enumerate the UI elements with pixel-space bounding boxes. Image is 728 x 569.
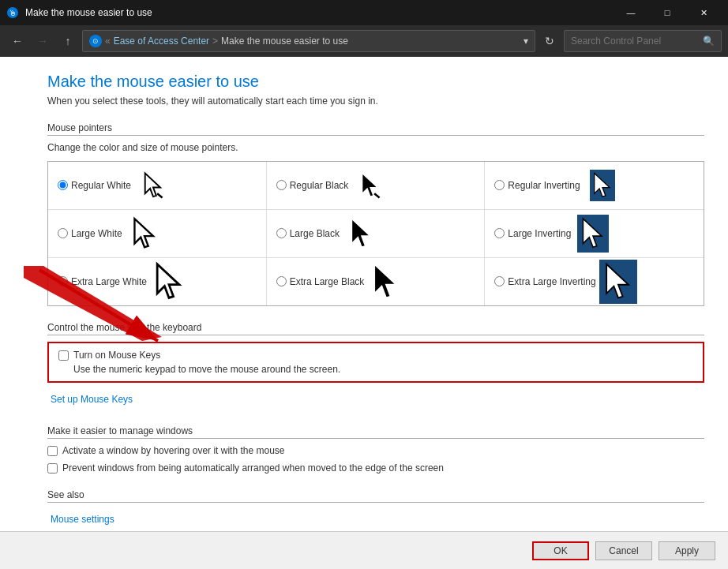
radio-large-black[interactable]: Large Black bbox=[276, 228, 340, 239]
radio-regular-inverting[interactable]: Regular Inverting bbox=[494, 180, 580, 191]
radio-xl-inverting[interactable]: Extra Large Inverting bbox=[494, 276, 595, 287]
close-button[interactable]: ✕ bbox=[685, 0, 722, 25]
setup-mouse-keys-link[interactable]: Set up Mouse Keys bbox=[51, 394, 133, 405]
search-icon: 🔍 bbox=[703, 36, 715, 47]
cursor-preview-large-inverting bbox=[577, 218, 609, 249]
prevent-arrange-label[interactable]: Prevent windows from being automatically… bbox=[62, 462, 444, 474]
search-box: 🔍 bbox=[564, 30, 722, 52]
breadcrumb-ease-of-access[interactable]: Ease of Access Center bbox=[114, 36, 209, 47]
large-black-cursor-icon bbox=[347, 216, 376, 251]
xl-black-label: Extra Large Black bbox=[290, 276, 365, 287]
up-button[interactable]: ↑ bbox=[57, 30, 79, 52]
mouse-pointers-description: Change the color and size of mouse point… bbox=[47, 142, 704, 153]
title-bar: 🖱 Make the mouse easier to use — □ ✕ bbox=[0, 0, 728, 25]
large-black-label: Large Black bbox=[290, 228, 340, 239]
svg-line-7 bbox=[375, 193, 380, 197]
large-white-label: Large White bbox=[71, 228, 122, 239]
cursor-preview-xl-inverting bbox=[602, 266, 634, 298]
breadcrumb-dropdown-icon[interactable]: ▾ bbox=[523, 36, 528, 47]
svg-marker-13 bbox=[375, 264, 397, 298]
mouse-keys-checkbox[interactable] bbox=[58, 350, 69, 361]
back-button[interactable]: ← bbox=[6, 30, 28, 52]
mouse-pointers-section: Mouse pointers Change the color and size… bbox=[47, 122, 704, 306]
prevent-arrange-row: Prevent windows from being automatically… bbox=[47, 462, 704, 474]
svg-marker-11 bbox=[584, 219, 602, 247]
xl-white-cursor-icon bbox=[153, 261, 185, 302]
svg-marker-14 bbox=[606, 264, 629, 298]
large-inverting-label: Large Inverting bbox=[508, 228, 571, 239]
radio-large-white-input[interactable] bbox=[58, 228, 68, 238]
radio-xl-inverting-input[interactable] bbox=[494, 276, 505, 286]
regular-white-cursor-icon bbox=[142, 171, 164, 200]
radio-regular-inverting-input[interactable] bbox=[494, 180, 505, 190]
large-white-cursor-icon bbox=[130, 216, 159, 251]
see-also-title: See also bbox=[47, 489, 704, 503]
regular-black-cursor-icon bbox=[359, 171, 381, 200]
pointer-cell-regular-inverting: Regular Inverting bbox=[485, 162, 704, 210]
radio-large-inverting[interactable]: Large Inverting bbox=[494, 228, 571, 239]
radio-xl-black[interactable]: Extra Large Black bbox=[276, 276, 365, 287]
mouse-keys-label[interactable]: Turn on Mouse Keys bbox=[73, 350, 160, 361]
main-window: 🖱 Make the mouse easier to use — □ ✕ ← →… bbox=[0, 0, 728, 569]
cursor-preview-xl-white bbox=[153, 266, 185, 298]
main-content: Make the mouse easier to use When you se… bbox=[0, 57, 728, 531]
radio-xl-white[interactable]: Extra Large White bbox=[58, 276, 147, 287]
title-bar-text: Make the mouse easier to use bbox=[25, 7, 613, 18]
minimize-button[interactable]: — bbox=[613, 0, 649, 25]
apply-button[interactable]: Apply bbox=[659, 541, 715, 560]
refresh-button[interactable]: ↻ bbox=[538, 30, 561, 52]
pointer-grid: Regular White Regular bbox=[47, 161, 704, 306]
cursor-preview-large-white bbox=[129, 218, 160, 249]
radio-large-black-input[interactable] bbox=[276, 228, 287, 238]
manage-windows-title: Make it easier to manage windows bbox=[47, 425, 704, 439]
cancel-button[interactable]: Cancel bbox=[595, 541, 652, 560]
breadcrumb-bar: ⊙ « Ease of Access Center > Make the mou… bbox=[82, 30, 535, 52]
xl-white-label: Extra Large White bbox=[71, 276, 147, 287]
regular-inverting-label: Regular Inverting bbox=[508, 180, 580, 191]
svg-marker-8 bbox=[594, 174, 609, 197]
radio-xl-white-input[interactable] bbox=[58, 276, 68, 286]
regular-inverting-cursor-icon bbox=[591, 171, 614, 200]
ok-button[interactable]: OK bbox=[532, 541, 589, 560]
maximize-button[interactable]: □ bbox=[649, 0, 685, 25]
bottom-bar: OK Cancel Apply bbox=[0, 531, 728, 569]
breadcrumb-current: Make the mouse easier to use bbox=[221, 36, 348, 47]
radio-regular-white[interactable]: Regular White bbox=[58, 180, 131, 191]
radio-regular-white-input[interactable] bbox=[58, 180, 68, 190]
pointer-cell-regular-black: Regular Black bbox=[267, 162, 486, 210]
svg-text:🖱: 🖱 bbox=[9, 9, 17, 17]
mouse-keys-checkbox-section: Turn on Mouse Keys Use the numeric keypa… bbox=[47, 342, 704, 383]
xl-inverting-label: Extra Large Inverting bbox=[508, 276, 595, 287]
pointer-cell-large-inverting: Large Inverting bbox=[485, 210, 704, 258]
invert-box-xl bbox=[599, 260, 637, 304]
pointer-cell-xl-inverting: Extra Large Inverting bbox=[485, 258, 704, 305]
pointer-cell-large-black: Large Black bbox=[267, 210, 486, 258]
forward-button[interactable]: → bbox=[32, 30, 54, 52]
xl-black-cursor-icon bbox=[370, 261, 402, 302]
breadcrumb-sep1: « bbox=[105, 36, 111, 47]
mouse-settings-link[interactable]: Mouse settings bbox=[51, 514, 114, 525]
hover-activate-label[interactable]: Activate a window by hovering over it wi… bbox=[62, 445, 284, 456]
prevent-arrange-checkbox[interactable] bbox=[47, 463, 58, 474]
radio-xl-black-input[interactable] bbox=[276, 276, 287, 286]
cursor-preview-large-black bbox=[346, 218, 377, 249]
radio-large-inverting-input[interactable] bbox=[494, 228, 505, 238]
hover-activate-row: Activate a window by hovering over it wi… bbox=[47, 445, 704, 456]
page-subtitle: When you select these tools, they will a… bbox=[47, 95, 704, 107]
pointer-cell-regular-white: Regular White bbox=[48, 162, 267, 210]
svg-marker-9 bbox=[134, 219, 153, 247]
mouse-pointers-title: Mouse pointers bbox=[47, 122, 704, 136]
cursor-preview-xl-black bbox=[370, 266, 402, 298]
search-input[interactable] bbox=[571, 36, 703, 47]
invert-box-large bbox=[577, 215, 609, 253]
pointer-cell-xl-white: Extra Large White bbox=[48, 258, 267, 305]
cursor-preview-regular-white bbox=[137, 170, 169, 201]
mouse-keys-checkbox-row: Turn on Mouse Keys bbox=[58, 350, 693, 361]
hover-activate-checkbox[interactable] bbox=[47, 446, 58, 456]
radio-regular-black-input[interactable] bbox=[276, 180, 287, 190]
breadcrumb-icon: ⊙ bbox=[89, 35, 102, 47]
window-icon: 🖱 bbox=[6, 6, 19, 19]
xl-inverting-cursor-icon bbox=[601, 261, 636, 302]
radio-regular-black[interactable]: Regular Black bbox=[276, 180, 349, 191]
radio-large-white[interactable]: Large White bbox=[58, 228, 122, 239]
